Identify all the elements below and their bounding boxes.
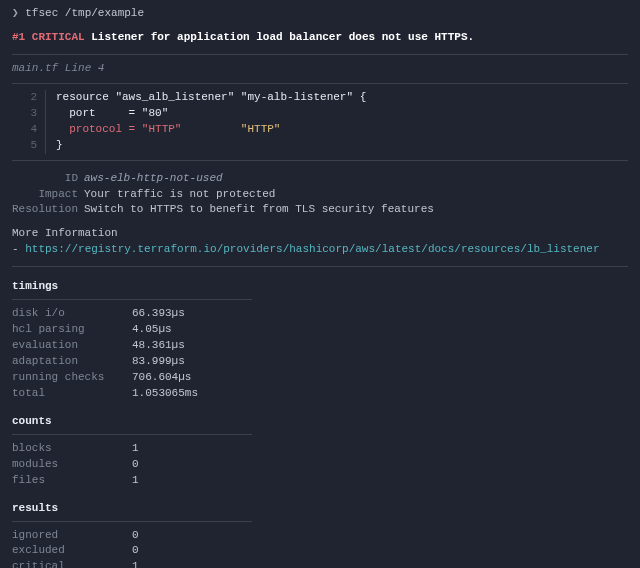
line-number: 3 [12, 106, 46, 122]
results-table: ignored0 excluded0 critical1 high0 mediu… [12, 528, 628, 569]
kv-key: excluded [12, 543, 132, 559]
kv-val: 1.053065ms [132, 386, 198, 402]
table-row: running checks706.604µs [12, 370, 628, 386]
dash: - [12, 243, 19, 255]
code-row: 4 protocol = "HTTP" "HTTP" [12, 122, 628, 138]
kv-val: 83.999µs [132, 354, 185, 370]
issue-number: #1 [12, 31, 25, 43]
kv-key: disk i/o [12, 306, 132, 322]
table-row: excluded0 [12, 543, 628, 559]
highlight-token: "HTTP" [241, 123, 281, 135]
more-info-heading: More Information [12, 226, 628, 242]
kv-key: critical [12, 559, 132, 568]
table-row: blocks1 [12, 441, 628, 457]
kv-key: ignored [12, 528, 132, 544]
table-row: hcl parsing4.05µs [12, 322, 628, 338]
table-row: ignored0 [12, 528, 628, 544]
timings-table: disk i/o66.393µs hcl parsing4.05µs evalu… [12, 306, 628, 402]
attr-value: Your traffic is not protected [84, 187, 275, 203]
kv-key: total [12, 386, 132, 402]
line-number: 4 [12, 122, 46, 138]
kv-val: 0 [132, 528, 139, 544]
kv-val: 0 [132, 457, 139, 473]
table-row: evaluation48.361µs [12, 338, 628, 354]
kv-val: 0 [132, 543, 139, 559]
kv-key: blocks [12, 441, 132, 457]
attr-label: ID [12, 171, 84, 187]
attr-row-resolution: Resolution Switch to HTTPS to benefit fr… [12, 202, 628, 218]
file-name: main.tf [12, 62, 58, 74]
code-text: protocol = "HTTP" "HTTP" [46, 122, 280, 138]
more-info: More Information - https://registry.terr… [12, 226, 628, 258]
section-rule [12, 521, 252, 522]
kv-val: 1 [132, 559, 139, 568]
section-rule [12, 434, 252, 435]
line-number: 5 [12, 138, 46, 154]
kv-val: 4.05µs [132, 322, 172, 338]
code-text: } [46, 138, 63, 154]
table-row: total1.053065ms [12, 386, 628, 402]
prompt-command: tfsec /tmp/example [25, 7, 144, 19]
code-row: 5 } [12, 138, 628, 154]
file-line: Line 4 [65, 62, 105, 74]
kv-val: 706.604µs [132, 370, 191, 386]
kv-key: files [12, 473, 132, 489]
counts-table: blocks1 modules0 files1 [12, 441, 628, 489]
kv-key: hcl parsing [12, 322, 132, 338]
issue-title: Listener for application load balancer d… [91, 31, 474, 43]
prompt-line: ❯ tfsec /tmp/example [12, 6, 628, 22]
code-text: port = "80" [46, 106, 168, 122]
section-rule [12, 299, 252, 300]
attr-label: Impact [12, 187, 84, 203]
kv-val: 48.361µs [132, 338, 185, 354]
attr-label: Resolution [12, 202, 84, 218]
kv-val: 1 [132, 473, 139, 489]
timings-title: timings [12, 279, 628, 295]
results-title: results [12, 501, 628, 517]
severity-badge: CRITICAL [32, 31, 85, 43]
attr-value: Switch to HTTPS to benefit from TLS secu… [84, 202, 434, 218]
docs-link[interactable]: https://registry.terraform.io/providers/… [25, 243, 599, 255]
divider [12, 266, 628, 267]
table-row: files1 [12, 473, 628, 489]
line-number: 2 [12, 90, 46, 106]
kv-key: adaptation [12, 354, 132, 370]
divider [12, 54, 628, 55]
attr-row-id: ID aws-elb-http-not-used [12, 171, 628, 187]
attr-value: aws-elb-http-not-used [84, 171, 223, 187]
kv-val: 1 [132, 441, 139, 457]
code-block: 2 resource "aws_alb_listener" "my-alb-li… [12, 90, 628, 154]
code-row: 2 resource "aws_alb_listener" "my-alb-li… [12, 90, 628, 106]
file-location: main.tf Line 4 [12, 61, 628, 77]
code-text: resource "aws_alb_listener" "my-alb-list… [46, 90, 366, 106]
table-row: critical1 [12, 559, 628, 568]
kv-key: evaluation [12, 338, 132, 354]
finding-attributes: ID aws-elb-http-not-used Impact Your tra… [12, 171, 628, 219]
table-row: adaptation83.999µs [12, 354, 628, 370]
divider [12, 83, 628, 84]
finding-header: #1 CRITICAL Listener for application loa… [12, 30, 628, 46]
prompt-caret: ❯ [12, 7, 19, 19]
kv-key: modules [12, 457, 132, 473]
table-row: disk i/o66.393µs [12, 306, 628, 322]
attr-row-impact: Impact Your traffic is not protected [12, 187, 628, 203]
divider [12, 160, 628, 161]
kv-key: running checks [12, 370, 132, 386]
table-row: modules0 [12, 457, 628, 473]
kv-val: 66.393µs [132, 306, 185, 322]
counts-title: counts [12, 414, 628, 430]
code-row: 3 port = "80" [12, 106, 628, 122]
